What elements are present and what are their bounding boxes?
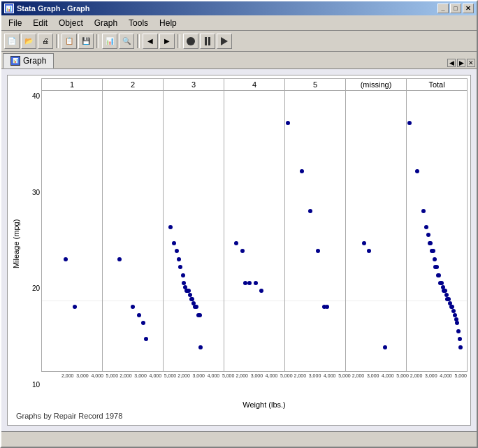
y-tick-10: 10 — [32, 381, 40, 389]
panel-1-body — [42, 91, 102, 371]
panel-5-body — [285, 91, 345, 371]
minimize-button[interactable]: _ — [437, 3, 449, 13]
data-dot — [144, 337, 148, 341]
data-dot — [286, 121, 290, 125]
panel-3-header: 3 — [164, 79, 224, 91]
panels-and-yaxis: 40 30 20 10 1 — [22, 78, 468, 410]
status-bar — [1, 431, 477, 447]
window-title: Stata Graph - Graph — [17, 4, 90, 13]
y-tick-20: 20 — [32, 284, 40, 292]
tab-next-button[interactable]: ▶ — [457, 59, 465, 67]
toolbar: 📄 📂 🖨 📋 💾 📊 🔍 ◀ ▶ — [1, 31, 477, 52]
panel-2-header: 2 — [103, 79, 163, 91]
data-dot — [240, 249, 245, 253]
data-dot — [117, 257, 122, 261]
data-dot — [383, 345, 387, 349]
data-dot — [421, 209, 426, 213]
x-axis-label: Weight (lbs.) — [41, 400, 468, 410]
x-tick-p3-2: 3,000 — [192, 373, 205, 378]
open-button[interactable]: 📂 — [21, 34, 36, 49]
data-dot — [168, 225, 173, 229]
data-dot — [455, 321, 459, 325]
new-button[interactable]: 📄 — [4, 34, 20, 49]
x-tick-p2-2: 3,000 — [134, 373, 147, 378]
x-tick-p3-4: 5,000 — [222, 373, 235, 378]
x-tick-pm-3: 4,000 — [382, 373, 394, 378]
record-button[interactable] — [183, 34, 198, 49]
tab-navigation: ◀ ▶ ✕ — [447, 59, 475, 68]
x-tick-p2-4: 5,000 — [164, 373, 177, 378]
data-dot — [316, 249, 320, 253]
data-dot — [424, 225, 428, 229]
data-dot — [73, 305, 77, 309]
data-dot — [415, 169, 419, 173]
chart-right: 40 30 20 10 1 — [22, 78, 468, 410]
panel-4-header: 4 — [224, 79, 284, 91]
data-dot — [141, 321, 145, 325]
tab-graph[interactable]: 📊 Graph — [3, 53, 54, 68]
panel-missing: (missing) — [346, 79, 407, 371]
menu-help[interactable]: Help — [154, 17, 182, 29]
data-dot — [198, 313, 202, 317]
data-dot — [131, 305, 135, 309]
y-tick-40: 40 — [32, 92, 40, 100]
copy-button[interactable]: 📋 — [61, 34, 77, 49]
zoom-button[interactable]: 🔍 — [119, 34, 134, 49]
y-axis-label: Mileage (mpg) — [10, 78, 22, 410]
tab-graph-icon: 📊 — [10, 56, 20, 66]
menu-edit[interactable]: Edit — [27, 17, 53, 29]
tab-area: 📊 Graph ◀ ▶ ✕ — [1, 52, 477, 69]
x-tick-p4-3: 4,000 — [266, 373, 278, 378]
panels-row: 1 2 — [41, 78, 468, 372]
panel-4-body — [224, 91, 284, 371]
x-tick-p4-2: 3,000 — [251, 373, 263, 378]
panel-4: 4 — [224, 79, 285, 371]
play-button[interactable] — [217, 34, 232, 49]
y-ticks: 40 30 20 10 — [22, 78, 41, 410]
x-tick-p2-1: 2,000 — [120, 373, 132, 378]
close-button[interactable]: ✕ — [463, 3, 474, 13]
x-tick-pm-2: 3,000 — [367, 373, 379, 378]
maximize-button[interactable]: □ — [450, 3, 461, 13]
panel-missing-body — [346, 91, 406, 371]
x-tick-pt-3: 4,000 — [440, 373, 452, 378]
toolbar-sep-3 — [137, 34, 140, 48]
title-controls[interactable]: _ □ ✕ — [437, 3, 474, 13]
panel-3: 3 — [164, 79, 224, 371]
data-dot — [137, 313, 141, 317]
x-tick-pm-4: 5,000 — [396, 373, 409, 378]
panel-5-header: 5 — [285, 79, 345, 91]
tab-prev-button[interactable]: ◀ — [447, 59, 456, 67]
save-button[interactable]: 💾 — [78, 34, 94, 49]
menu-file[interactable]: File — [3, 17, 27, 29]
data-dot — [172, 241, 176, 245]
menu-object[interactable]: Object — [53, 17, 89, 29]
x-tick-pt-2: 3,000 — [425, 373, 437, 378]
data-dot — [300, 169, 304, 173]
tab-close-button[interactable]: ✕ — [467, 59, 475, 67]
menu-tools[interactable]: Tools — [123, 17, 154, 29]
chart-type-button[interactable]: 📊 — [102, 34, 117, 49]
data-dot — [458, 337, 462, 341]
print-button[interactable]: 🖨 — [38, 34, 53, 49]
panel-1: 1 — [42, 79, 103, 371]
graph-container: Mileage (mpg) 40 30 20 10 — [7, 75, 471, 426]
back-button[interactable]: ◀ — [143, 34, 158, 49]
data-dot — [428, 241, 433, 245]
forward-button[interactable]: ▶ — [159, 34, 175, 49]
x-tick-pm-1: 2,000 — [352, 373, 365, 378]
data-dot — [433, 257, 437, 261]
data-dot — [178, 265, 182, 269]
menu-graph[interactable]: Graph — [89, 17, 123, 29]
data-dot — [435, 265, 439, 269]
toolbar-sep-4 — [178, 34, 180, 48]
x-tick-p5-1: 2,000 — [294, 373, 307, 378]
x-tick-p1-4: 5,000 — [106, 373, 119, 378]
main-window: 📊 Stata Graph - Graph _ □ ✕ File Edit Ob… — [0, 0, 478, 448]
pause-button[interactable] — [200, 34, 215, 49]
panel-missing-header: (missing) — [346, 79, 406, 91]
menu-bar: File Edit Object Graph Tools Help — [1, 15, 477, 31]
chart-main: Mileage (mpg) 40 30 20 10 — [10, 78, 468, 410]
panel-2: 2 — [103, 79, 164, 371]
x-tick-p3-1: 2,000 — [178, 373, 190, 378]
